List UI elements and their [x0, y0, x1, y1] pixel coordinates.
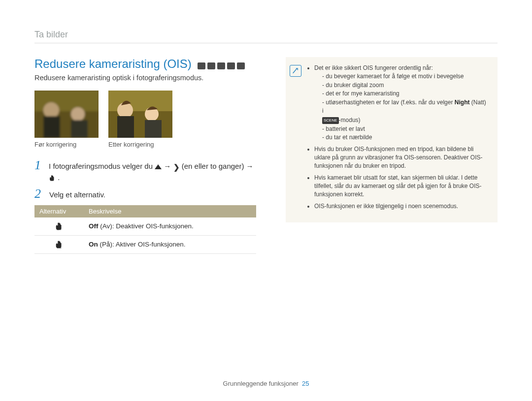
comparison-photos — [34, 91, 256, 138]
text-bold: Off — [89, 222, 99, 230]
ois-off-icon: OFF — [34, 217, 84, 236]
breadcrumb: Ta bilder — [34, 30, 498, 40]
step-number: 1 — [34, 159, 44, 183]
photo-after — [108, 91, 172, 138]
ois-on-icon: OIS — [34, 235, 84, 253]
note-box: Det er ikke sikkert OIS fungerer ordentl… — [286, 57, 498, 222]
table-row: OIS On (På): Aktiver OIS-funksjonen. — [34, 235, 256, 253]
page-footer: Grunnleggende funksjoner 25 — [0, 380, 532, 387]
note-item: Hvis du bruker OIS-funksjonen med en tri… — [314, 145, 489, 171]
mode-icon — [198, 62, 205, 69]
svg-text:OFF: OFF — [57, 228, 62, 231]
cell-off-desc: Off (Av): Deaktiver OIS-funksjonen. — [84, 217, 256, 236]
text-fragment: -modus) — [339, 117, 361, 123]
note-subitem: du beveger kameraet for å følge et motiv… — [322, 72, 489, 81]
subtitle: Redusere kameraristing optisk i fotograf… — [34, 74, 256, 82]
mode-icon — [237, 62, 245, 69]
mode-icon — [207, 62, 215, 69]
caption-after: Etter korrigering — [108, 141, 172, 148]
text-bold: On — [89, 241, 98, 248]
note-item: Hvis kameraet blir utsatt for støt, kan … — [314, 174, 489, 199]
note-icon — [290, 65, 301, 77]
chevron-right-icon: ❯ — [173, 162, 180, 172]
svg-rect-12 — [145, 120, 162, 138]
text-fragment: (På): Aktiver OIS-funksjonen. — [98, 241, 186, 248]
up-icon — [155, 164, 162, 169]
text-bold: Night — [455, 99, 470, 106]
note-item: Det er ikke sikkert OIS fungerer ordentl… — [314, 64, 489, 142]
step-1: 1 I fotograferingsmodus velger du → ❯ (e… — [34, 159, 256, 183]
page-number: 25 — [302, 380, 309, 387]
svg-point-9 — [117, 102, 133, 118]
table-row: OFF Off (Av): Deaktiver OIS-funksjonen. — [34, 217, 256, 236]
note-subitem: det er for mye kameraristing — [322, 90, 489, 98]
mode-icon — [217, 62, 225, 69]
svg-text:OIS: OIS — [57, 246, 62, 249]
col-header-alt: Alternativ — [34, 205, 84, 217]
text-fragment: → — [164, 162, 173, 170]
photo-before — [34, 91, 99, 138]
step-number: 2 — [34, 187, 44, 200]
caption-before: Før korrigering — [34, 141, 99, 148]
step-text: I fotograferingsmodus velger du → ❯ (en … — [49, 159, 256, 183]
text-fragment: I fotograferingsmodus velger du — [49, 162, 155, 170]
page-heading: Redusere kameraristing (OIS) — [34, 57, 192, 71]
mode-icon — [227, 62, 235, 69]
text-fragment: Det er ikke sikkert OIS fungerer ordentl… — [314, 64, 433, 71]
svg-rect-10 — [117, 116, 134, 138]
steps-list: 1 I fotograferingsmodus velger du → ❯ (e… — [34, 159, 256, 200]
heading-row: Redusere kameraristing (OIS) — [34, 57, 256, 71]
ois-hand-icon: OIS — [49, 175, 56, 182]
divider-top — [34, 43, 498, 43]
text-fragment: utløserhastigheten er for lav (f.eks. nå… — [326, 99, 454, 106]
left-column: Redusere kameraristing (OIS) Redusere ka… — [34, 57, 256, 254]
text-fragment: (en eller to ganger) → — [182, 162, 254, 170]
step-2: 2 Velg et alternativ. — [34, 187, 256, 200]
options-table: Alternativ Beskrivelse OFF Off (Av): Dea… — [34, 205, 256, 254]
note-subitem: utløserhastigheten er for lav (f.eks. nå… — [322, 98, 489, 125]
footer-section: Grunnleggende funksjoner — [223, 380, 299, 387]
cell-on-desc: On (På): Aktiver OIS-funksjonen. — [84, 235, 256, 253]
note-subitem: du bruker digital zoom — [322, 81, 489, 90]
scene-mode-chip: SCENE — [322, 117, 339, 124]
note-item: OIS-funksjonen er ikke tilgjengelig i no… — [314, 202, 489, 211]
svg-rect-6 — [34, 91, 99, 138]
svg-text:OIS: OIS — [50, 179, 54, 182]
note-subitem: du tar et nærbilde — [322, 133, 489, 142]
note-body: Det er ikke sikkert OIS fungerer ordentl… — [306, 64, 489, 214]
col-header-desc: Beskrivelse — [84, 205, 256, 217]
text-fragment: (Av): Deaktiver OIS-funksjonen. — [99, 222, 194, 230]
text-fragment: . — [58, 173, 60, 182]
step-text: Velg et alternativ. — [49, 187, 105, 200]
note-subitem: batteriet er lavt — [322, 125, 489, 133]
mode-icon-strip — [198, 62, 245, 69]
